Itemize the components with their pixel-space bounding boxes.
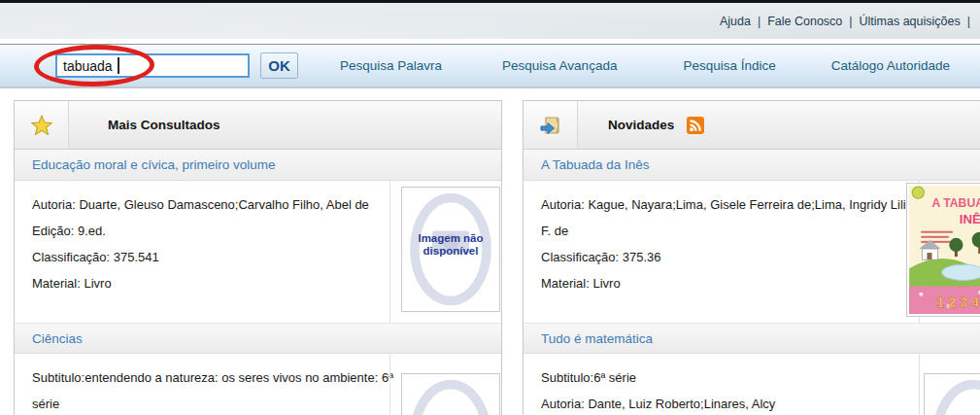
link-ajuda[interactable]: Ajuda [720,15,751,28]
separator: | [967,15,970,28]
item-title-link[interactable]: Educação moral e cívica, primeiro volume [15,150,501,181]
item-title-link[interactable]: Tudo é matemática [524,323,980,354]
item-line: Autoria: Kague, Nayara;Lima, Gisele Ferr… [541,191,929,244]
item-line: Edição: 9.ed. [32,218,393,244]
panel-title: Novidades [608,118,674,132]
book-image-placeholder[interactable]: Imagem não disponível [924,373,980,415]
column-divider [389,181,390,323]
panel-novidades: Novidades A Tabuada da Inês Autoria: Kag… [523,100,980,415]
nav-pesquisa-palavra[interactable]: Pesquisa Palavra [340,58,442,73]
nav-pesquisa-avancada[interactable]: Pesquisa Avançada [502,58,617,73]
text-caret [118,57,119,74]
nav-catalogo-autoridade[interactable]: Catálogo Autoridade [831,58,950,73]
search-ok-button[interactable]: OK [260,52,298,79]
panel-header: Mais Consultados [15,101,501,150]
column-divider [389,354,390,415]
svg-text:A TABUADA: A TABUADA [932,196,980,210]
item-line: Material: Livro [32,270,393,296]
svg-text:INÊS: INÊS [960,212,980,226]
item-body: Subtitulo:6ª série Autoria: Dante, Luiz … [524,354,980,415]
book-image-placeholder[interactable]: Imagem não disponível [401,373,500,415]
link-fale-conosco[interactable]: Fale Conosco [767,15,842,28]
rss-icon[interactable] [687,117,704,134]
nav-pesquisa-indice[interactable]: Pesquisa Índice [683,58,775,73]
item-line: Autoria: Duarte, Gleuso Damasceno;Carval… [32,191,393,218]
item-body: Autoria: Kague, Nayara;Lima, Gisele Ferr… [524,181,980,323]
separator: | [758,15,760,28]
item-body: Subtitulo:entendendo a natureza: os sere… [15,354,501,415]
item-body: Autoria: Duarte, Gleuso Damasceno;Carval… [15,181,501,323]
column-divider [919,354,920,415]
image-unavailable-label: Imagem não disponível [402,232,499,258]
panel-title: Mais Consultados [108,118,220,132]
link-ultimas-aquisicoes[interactable]: Últimas aquisições [860,15,961,28]
item-line: Material: Livro [541,270,929,296]
item-line: Autoria: Dante, Luiz Roberto;Linares, Al… [541,391,929,415]
separator: | [849,15,852,28]
star-icon [15,101,69,149]
svg-text:1 2 3 4 5: 1 2 3 4 5 [936,294,980,310]
item-line: Subtitulo:entendendo a natureza: os sere… [32,364,393,415]
book-image-placeholder[interactable]: Imagem não disponível [401,187,500,312]
top-utility-bar: Ajuda | Fale Conosco | Últimas aquisiçõe… [0,3,980,39]
panel-header: Novidades [524,101,980,150]
new-arrivals-icon [524,101,578,149]
search-field-wrap [55,53,250,78]
panel-mais-consultados: Mais Consultados Educação moral e cívica… [14,100,502,415]
item-line: Classificação: 375.36 [541,244,929,270]
item-line: Subtitulo:6ª série [541,364,929,391]
search-navbar: OK Pesquisa Palavra Pesquisa Avançada Pe… [0,44,980,88]
item-title-link[interactable]: Ciências [15,323,501,354]
item-title-link[interactable]: A Tabuada da Inês [524,150,980,181]
book-cover-tabuada-ines[interactable]: A TABUADA INÊS [906,183,980,317]
item-line: Classificação: 375.541 [32,244,393,270]
search-input[interactable] [55,53,250,78]
